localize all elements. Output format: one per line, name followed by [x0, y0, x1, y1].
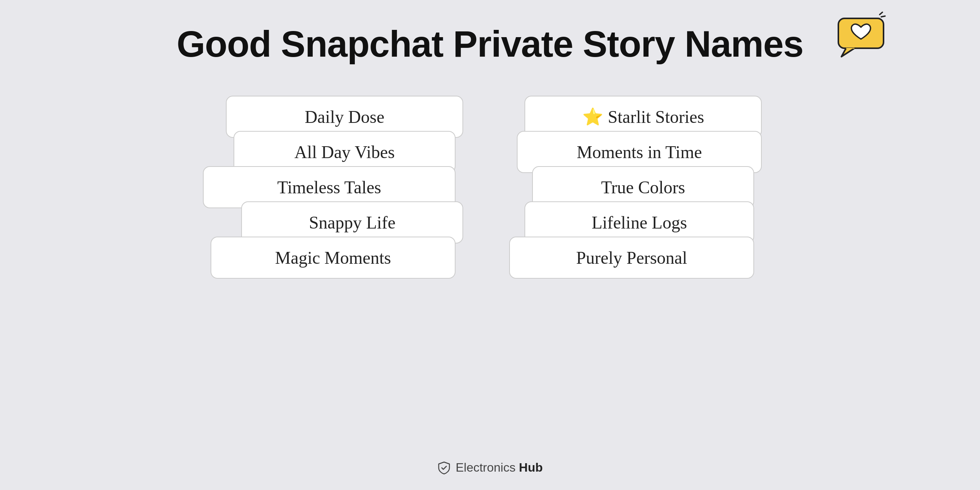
story-name-label: Magic Moments — [275, 248, 391, 268]
shield-icon — [437, 461, 451, 475]
svg-line-1 — [881, 16, 885, 17]
story-name-card: Purely Personal — [509, 237, 754, 279]
list-item: Magic Moments — [203, 237, 479, 279]
story-name-card: Magic Moments — [211, 237, 456, 279]
story-name-label: Lifeline Logs — [591, 212, 687, 233]
svg-line-0 — [880, 12, 882, 15]
star-icon: ⭐ — [582, 107, 603, 127]
left-column: Daily Dose All Day Vibes Timeless Tales … — [203, 96, 479, 445]
brand-name: Electronics — [456, 461, 516, 474]
header-area: Good Snapchat Private Story Names — [31, 23, 949, 65]
brand-suffix: Hub — [516, 461, 543, 474]
right-column: ⭐ Starlit Stories Moments in Time True C… — [501, 96, 777, 445]
story-name-label: All Day Vibes — [294, 142, 395, 162]
right-stacked-cards: ⭐ Starlit Stories Moments in Time True C… — [501, 96, 777, 279]
story-name-label: Purely Personal — [576, 248, 687, 268]
columns-container: Daily Dose All Day Vibes Timeless Tales … — [31, 96, 949, 445]
brand-label: Electronics Hub — [456, 461, 543, 475]
story-name-label: Moments in Time — [577, 142, 702, 162]
story-name-label: True Colors — [601, 177, 685, 198]
list-item: Purely Personal — [501, 237, 777, 279]
story-name-label: Timeless Tales — [277, 177, 381, 198]
story-name-label: Snappy Life — [309, 212, 395, 233]
chat-bubble-icon — [835, 11, 888, 54]
page-container: Good Snapchat Private Story Names — [0, 0, 980, 490]
footer: Electronics Hub — [437, 461, 543, 475]
page-title: Good Snapchat Private Story Names — [177, 23, 804, 65]
brand-logo: Electronics Hub — [437, 461, 543, 475]
left-stacked-cards: Daily Dose All Day Vibes Timeless Tales … — [203, 96, 479, 279]
story-name-label: Daily Dose — [305, 107, 384, 127]
story-name-label: Starlit Stories — [608, 107, 704, 127]
